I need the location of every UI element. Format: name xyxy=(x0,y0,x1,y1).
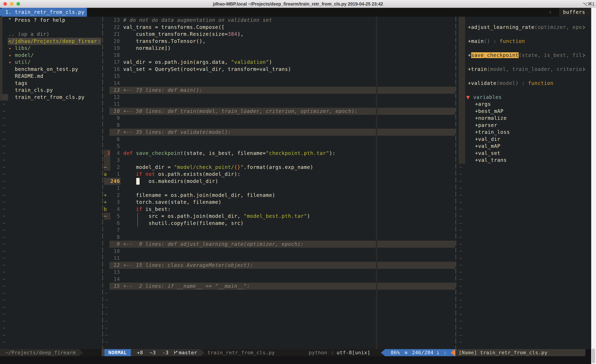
tagbar-tilde: ~ xyxy=(459,185,462,192)
line-number: 3 xyxy=(106,157,120,164)
tree-item[interactable]: " Press ? for help xyxy=(8,17,65,24)
tree-item[interactable]: README.md xyxy=(15,73,44,80)
code-line[interactable]: def save_checkpoint(state, is_best, file… xyxy=(123,150,335,157)
tag-item[interactable]: +normalize xyxy=(475,115,507,122)
tagbar-tilde: ~ xyxy=(459,178,462,185)
tab-arrow-icon xyxy=(0,8,5,17)
line-number: 10 xyxy=(106,108,120,115)
code-line[interactable]: torch.save(state, filename) xyxy=(123,199,222,206)
tag-item[interactable]: +val_mAP xyxy=(475,143,500,150)
color-column xyxy=(376,17,377,349)
code-line[interactable]: normalize]) xyxy=(123,45,171,52)
token: (model) xyxy=(497,80,519,86)
token: "model_best.pth.tar" xyxy=(244,213,307,219)
code-line[interactable]: src = os.path.join(model_dir, "model_bes… xyxy=(123,213,310,220)
tag-item[interactable]: +validate(model) : function xyxy=(468,80,553,87)
token: util/ xyxy=(15,59,31,65)
tagbar-statusline-name: [Name] train_retr_from_cls.py xyxy=(459,349,547,356)
scroll-percent: 86% xyxy=(391,349,400,356)
fold-line[interactable]: +-- 50 lines: def train(model, train_loa… xyxy=(123,108,358,115)
dir-arrow-icon: ▸ xyxy=(9,52,12,59)
nerdtree-tilde: ~ xyxy=(2,262,6,269)
line-number: 10 xyxy=(106,248,120,255)
nerdtree-tilde: ~ xyxy=(2,178,6,185)
token: def xyxy=(123,150,133,156)
token: +normalize xyxy=(475,115,507,121)
tree-item[interactable]: </jdhao/Projects/deep_firear xyxy=(8,38,97,45)
tab-train-retr-from-cls[interactable]: 1. train_retr_from_cls.py xyxy=(1,8,87,17)
tag-item[interactable]: +val_trans xyxy=(475,157,507,164)
line-number: 17 xyxy=(106,59,120,66)
tag-item[interactable]: variables xyxy=(473,94,502,101)
tag-item[interactable]: +main() : function xyxy=(468,38,525,45)
tagbar-tilde: ~ xyxy=(459,248,462,255)
tag-item[interactable]: +val_set xyxy=(475,150,500,157)
code-line[interactable]: if is_best: xyxy=(123,206,171,213)
line-number: 22 xyxy=(106,24,120,31)
tag-item[interactable]: +args xyxy=(475,101,491,108)
fold-line[interactable]: +-- 9 lines: def adjust_learning_rate(op… xyxy=(123,241,304,248)
fold-line[interactable]: +-- 35 lines: def validate(model): xyxy=(123,129,231,136)
tag-item[interactable]: +adjust_learning_rate(optimizer, epo xyxy=(468,24,582,31)
vim-command-line[interactable] xyxy=(0,356,591,364)
fold-line[interactable]: +-- 2 lines: if __name__ == "__main__": xyxy=(123,283,250,290)
terminal-window: jdhao-MBP.local ~/Projects/deep_firearm/… xyxy=(0,0,596,364)
indent-guide xyxy=(137,213,138,227)
dir-arrow-icon: ▸ xyxy=(9,59,12,66)
token: is_best: xyxy=(142,206,171,212)
token: save_checkpoint xyxy=(136,150,183,156)
code-line[interactable]: val_trans = transforms.Compose([ xyxy=(123,24,224,31)
token: 384 xyxy=(228,31,237,37)
code-line[interactable]: val_dir = os.path.join(args.data, "valid… xyxy=(123,59,272,66)
tagbar-tilde: ~ xyxy=(459,220,462,227)
code-line[interactable]: shutil.copyfile(filename, src) xyxy=(123,220,244,227)
tree-item[interactable]: train_retr_from_cls.py xyxy=(15,94,85,101)
buffers-label[interactable]: buffers xyxy=(559,8,591,17)
tag-item[interactable]: +parser xyxy=(475,122,497,129)
code-line[interactable]: val_set = QuerySet(root=val_dir, transfo… xyxy=(123,66,291,73)
line-number: 14 xyxy=(106,276,120,283)
fold-line[interactable]: +-- 15 lines: class AverageMeter(object)… xyxy=(123,262,253,269)
code-line[interactable]: custom_transform.Resize(size=384), xyxy=(123,31,244,38)
tree-item[interactable]: util/ xyxy=(15,59,31,66)
tree-item[interactable]: libs/ xyxy=(15,45,31,52)
git-added-count: +8 xyxy=(137,349,143,356)
tag-item[interactable]: +train_loss xyxy=(475,129,510,136)
line-number: 5 xyxy=(106,143,120,150)
token: (model, train_loader, criterio xyxy=(487,66,582,72)
scrollbar-track[interactable] xyxy=(591,8,596,364)
nerdtree-tilde: ~ xyxy=(2,129,6,136)
window-title: jdhao-MBP.local ~/Projects/deep_firearm/… xyxy=(0,0,596,8)
window-separator-left[interactable] xyxy=(102,17,103,349)
tag-item[interactable]: +best_mAP xyxy=(475,108,504,115)
powerline-arrow-icon xyxy=(79,349,83,356)
line-number: 11 xyxy=(106,101,120,108)
tree-item[interactable]: benchmark_on_test.py xyxy=(15,66,78,73)
tag-item[interactable]: +save_checkpoint(state, is_best, fil xyxy=(468,52,582,59)
tagbar-tilde: ~ xyxy=(459,311,462,318)
tree-item[interactable]: train_cls.py xyxy=(15,87,53,94)
line-number: 7 xyxy=(106,129,120,136)
nerdtree-tilde: ~ xyxy=(2,150,6,157)
scrollbar-thumb[interactable] xyxy=(592,348,595,363)
truncation-chevron-icon: > xyxy=(583,65,585,74)
code-line[interactable]: # do not do data augmentation on validat… xyxy=(123,17,272,24)
code-line[interactable]: model_dir = "model/check_point/{}".forma… xyxy=(123,164,313,171)
tree-item[interactable]: model/ xyxy=(15,52,34,59)
line-number: 3 xyxy=(106,199,120,206)
token: src = os.path.join(model_dir, xyxy=(123,213,244,219)
token: () xyxy=(484,38,490,44)
window-separator-right[interactable] xyxy=(455,17,456,349)
code-line[interactable]: if not os.path.exists(model_dir): xyxy=(123,171,240,178)
tree-item[interactable]: tags xyxy=(15,80,28,87)
code-line[interactable]: filename = os.path.join(model_dir, filen… xyxy=(123,192,275,199)
tree-item[interactable]: .. (up a dir) xyxy=(8,31,50,38)
line-number: 9 xyxy=(106,115,120,122)
token: +val_set xyxy=(475,150,500,156)
tag-item[interactable]: +val_dir xyxy=(475,136,500,143)
fold-line[interactable]: +-- 73 lines: def main(): xyxy=(123,87,202,94)
statusline-separator-block xyxy=(102,349,104,356)
code-line[interactable]: transforms.ToTensor(), xyxy=(123,38,206,45)
token: val_dir = os.path.join(args.data, xyxy=(123,59,231,65)
tag-item[interactable]: +train(model, train_loader, criterio xyxy=(468,66,582,73)
